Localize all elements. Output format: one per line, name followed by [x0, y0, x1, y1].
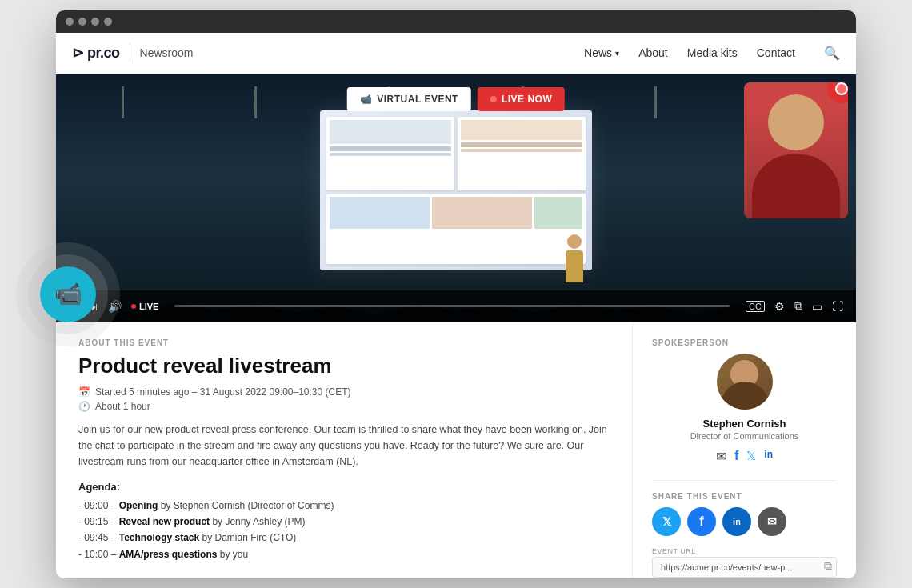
live-label: LIVE — [139, 302, 158, 311]
avatar-body — [752, 154, 840, 218]
camera-icon-float: 📹 — [54, 281, 82, 307]
share-email-button[interactable]: ✉ — [758, 507, 786, 536]
video-background — [56, 74, 856, 322]
agenda-item-2: - 09:15 – Reveal new product by Jenny As… — [78, 514, 610, 530]
newsroom-label: Newsroom — [140, 46, 194, 59]
nav-link-about[interactable]: About — [638, 46, 668, 59]
share-buttons: 𝕏 f in ✉ — [652, 507, 837, 536]
event-url-input[interactable] — [652, 557, 837, 578]
share-section: SHARE THIS EVENT 𝕏 f in ✉ Event URL ⧉ — [652, 492, 837, 578]
video-section: 📹 VIRTUAL EVENT LIVE NOW ▶ ⏭ 🔊 — [56, 74, 856, 322]
browser-chrome — [56, 10, 856, 33]
virtual-event-button[interactable]: 📹 VIRTUAL EVENT — [347, 87, 471, 111]
nav-divider — [130, 43, 130, 62]
video-controls: ▶ ⏭ 🔊 LIVE CC ⚙ ⧉ ▭ ⛶ — [56, 290, 856, 322]
cc-icon[interactable]: CC — [746, 301, 765, 312]
share-facebook-button[interactable]: f — [687, 507, 716, 536]
spokesperson-job-title: Director of Communications — [690, 431, 799, 441]
agenda-item-1: - 09:00 – Opening by Stephen Cornish (Di… — [78, 498, 610, 514]
nav-link-contact[interactable]: Contact — [757, 46, 795, 59]
spokesperson-section-label: SPOKESPERSON — [652, 338, 837, 347]
nav-link-news-label: News — [584, 46, 612, 59]
event-info-panel: ABOUT THIS EVENT Product reveal livestre… — [56, 322, 632, 578]
calendar-icon: 📅 — [78, 386, 90, 398]
spokesperson-card: Stephen Cornish Director of Communicatio… — [652, 354, 837, 464]
live-now-button[interactable]: LIVE NOW — [478, 87, 565, 111]
spokesperson-video-overlay — [744, 82, 848, 218]
live-red-dot — [131, 304, 136, 309]
chevron-down-icon: ▾ — [615, 49, 619, 58]
url-field-container: Event URL ⧉ — [652, 547, 837, 578]
copy-url-button[interactable]: ⧉ — [824, 559, 832, 573]
agenda-item-3: - 09:45 – Technology stack by Damian Fir… — [78, 530, 610, 546]
linkedin-link[interactable]: in — [764, 449, 773, 464]
camera-icon: 📹 — [360, 94, 373, 105]
url-label: Event URL — [652, 547, 837, 555]
meta-date-row: 📅 Started 5 minutes ago – 31 August 2022… — [78, 386, 610, 398]
event-section-label: ABOUT THIS EVENT — [78, 338, 610, 347]
logo-area: ⊳ pr.co Newsroom — [72, 43, 193, 62]
right-panel: SPOKESPERSON Stephen Cornish Director of… — [632, 322, 856, 578]
live-now-label: LIVE NOW — [502, 94, 552, 105]
fullscreen-icon[interactable]: ⛶ — [832, 300, 843, 313]
nav-link-mediakits[interactable]: Media kits — [687, 46, 738, 59]
spokesperson-section: SPOKESPERSON Stephen Cornish Director of… — [652, 338, 837, 464]
rec-dot — [835, 82, 848, 95]
meta-duration-row: 🕐 About 1 hour — [78, 401, 610, 412]
nav-links: News ▾ About Media kits Contact 🔍 — [584, 46, 840, 61]
camera-float-decoration: 📹 — [16, 242, 120, 346]
nav-link-mediakits-label: Media kits — [687, 46, 738, 59]
event-title: Product reveal livestream — [78, 354, 610, 378]
browser-window: ⊳ pr.co Newsroom News ▾ About Media kits… — [56, 10, 856, 578]
logo-icon: ⊳ — [72, 44, 84, 62]
event-meta: 📅 Started 5 minutes ago – 31 August 2022… — [78, 386, 610, 412]
avatar-torso — [721, 382, 769, 410]
main-content: ABOUT THIS EVENT Product reveal livestre… — [56, 322, 856, 578]
navbar: ⊳ pr.co Newsroom News ▾ About Media kits… — [56, 33, 856, 74]
logo-brand: pr.co — [87, 45, 120, 62]
theater-icon[interactable]: ▭ — [812, 300, 822, 313]
pip-icon[interactable]: ⧉ — [794, 299, 802, 313]
avatar-head — [768, 94, 824, 150]
spokesperson-avatar-image — [744, 82, 848, 218]
event-duration: About 1 hour — [95, 401, 150, 412]
browser-dot-4 — [104, 18, 112, 26]
browser-dot-3 — [91, 18, 99, 26]
progress-bar[interactable] — [174, 305, 730, 307]
virtual-event-label: VIRTUAL EVENT — [377, 94, 458, 105]
video-overlay-buttons: 📹 VIRTUAL EVENT LIVE NOW — [347, 87, 565, 111]
twitter-link[interactable]: 𝕏 — [746, 449, 756, 464]
nav-link-news[interactable]: News ▾ — [584, 46, 619, 59]
email-link[interactable]: ✉ — [716, 449, 726, 464]
settings-icon[interactable]: ⚙ — [774, 300, 785, 313]
agenda-title: Agenda: — [78, 481, 610, 493]
spokesperson-name: Stephen Cornish — [702, 418, 786, 430]
share-section-label: SHARE THIS EVENT — [652, 492, 837, 501]
spokesperson-avatar — [717, 354, 773, 410]
browser-dot-1 — [66, 18, 74, 26]
section-divider — [652, 480, 837, 481]
stage-screen — [320, 110, 592, 270]
search-icon[interactable]: 🔍 — [824, 46, 840, 61]
nav-link-about-label: About — [638, 46, 668, 59]
event-date: Started 5 minutes ago – 31 August 2022 0… — [95, 386, 351, 398]
facebook-link[interactable]: f — [734, 449, 738, 464]
share-linkedin-button[interactable]: in — [722, 507, 751, 536]
live-badge: LIVE — [131, 302, 158, 311]
live-dot-icon — [490, 96, 497, 102]
agenda-item-4: - 10:00 – AMA/press questions by you — [78, 546, 610, 562]
nav-link-contact-label: Contact — [757, 46, 795, 59]
logo[interactable]: ⊳ pr.co — [72, 44, 120, 62]
browser-dot-2 — [78, 18, 86, 26]
share-twitter-button[interactable]: 𝕏 — [652, 507, 681, 536]
event-description: Join us for our new product reveal press… — [78, 422, 610, 470]
clock-icon: 🕐 — [78, 401, 90, 412]
spokesperson-social-links: ✉ f 𝕏 in — [716, 449, 773, 464]
